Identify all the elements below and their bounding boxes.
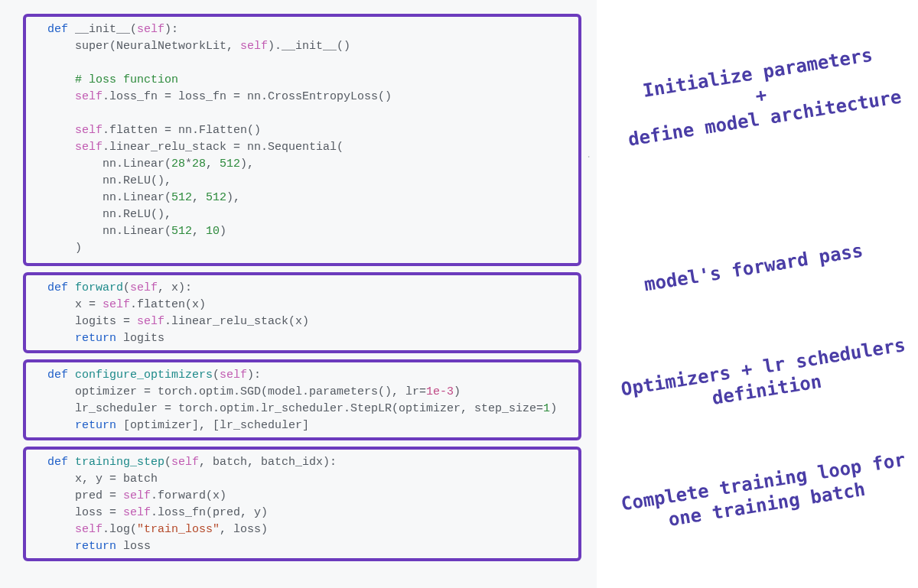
class-declaration-line: class NeuralNetworkLit(pl.LightningModul… bbox=[0, 0, 597, 2]
code-init: def __init__(self): super(NeuralNetworkL… bbox=[47, 21, 571, 257]
annotation-optimizers: Optimizers + lr schedulers definition bbox=[610, 332, 918, 425]
annotation-training: Complete training loop for one training … bbox=[603, 446, 918, 541]
annotation-init: Initialize parameters + define model arc… bbox=[601, 37, 918, 154]
gutter-mark-1: . bbox=[586, 150, 591, 161]
code-block-training-step: def training_step(self, batch, batch_idx… bbox=[23, 447, 581, 561]
code-pane: class NeuralNetworkLit(pl.LightningModul… bbox=[0, 0, 597, 588]
code-train: def training_step(self, batch, batch_idx… bbox=[47, 454, 571, 555]
annotation-forward: model's forward pass bbox=[616, 235, 891, 300]
code-forward: def forward(self, x): x = self.flatten(x… bbox=[47, 280, 571, 347]
annotation-init-l2: + bbox=[754, 84, 769, 107]
code-block-forward: def forward(self, x): x = self.flatten(x… bbox=[23, 272, 581, 353]
code-opt: def configure_optimizers(self): optimize… bbox=[47, 367, 571, 434]
code-block-init: def __init__(self): super(NeuralNetworkL… bbox=[23, 14, 581, 266]
code-block-configure-optimizers: def configure_optimizers(self): optimize… bbox=[23, 359, 581, 440]
